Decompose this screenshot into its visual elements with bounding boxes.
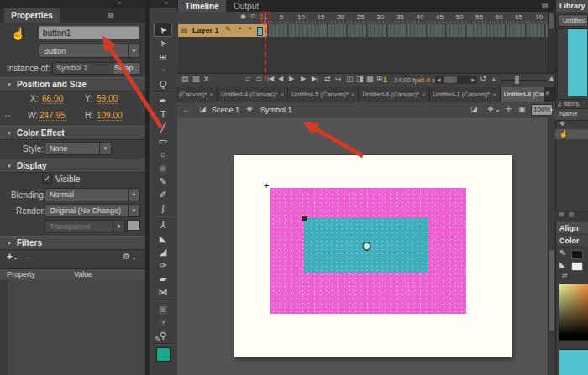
new-layer-icon[interactable]: ▤: [181, 75, 189, 83]
frame-zoom-slider[interactable]: [501, 80, 546, 81]
stroke-color-icon[interactable]: ✎: [155, 335, 161, 344]
center-frame-icon[interactable]: ✛: [506, 105, 512, 113]
frame-number-30[interactable]: 30: [376, 13, 384, 21]
timeline-h-scrollbar-thumb[interactable]: [444, 76, 457, 83]
play-icon[interactable]: ▶: [289, 75, 294, 82]
ink-bottle-tool[interactable]: ◢: [152, 245, 174, 258]
tab-output[interactable]: Output: [228, 0, 265, 12]
instance-name-input[interactable]: [39, 26, 139, 39]
h-value[interactable]: 109.00: [97, 111, 123, 121]
tab-library[interactable]: Library: [556, 0, 588, 12]
pencil-tool[interactable]: ✎: [152, 174, 174, 188]
frame-number-70[interactable]: 70: [535, 13, 543, 21]
oval-tool[interactable]: ○: [152, 148, 174, 161]
elapsed-time-value[interactable]: 0.0 s: [421, 76, 435, 84]
library-item-symbol-1[interactable]: ❖: [555, 119, 588, 129]
frame-number-25[interactable]: 25: [357, 13, 365, 21]
camera-tool[interactable]: ▣: [152, 302, 174, 315]
stroke-color-tool-icon[interactable]: ✎: [559, 248, 566, 258]
eraser-tool[interactable]: ▰: [152, 272, 174, 285]
instance-of-field[interactable]: Symbol 2: [52, 62, 114, 75]
frame-number-15[interactable]: 15: [318, 13, 325, 21]
layer-name[interactable]: Layer 1: [192, 26, 219, 34]
library-item-symbol-2[interactable]: ☝: [555, 129, 588, 139]
tab-timeline[interactable]: Timeline: [178, 0, 226, 12]
frame-number-55[interactable]: 55: [475, 13, 483, 21]
symbol-type-dropdown[interactable]: Button ▼: [39, 44, 140, 58]
back-arrow-icon[interactable]: ←: [182, 105, 191, 114]
go-to-first-frame-icon[interactable]: |◀: [267, 75, 274, 82]
filter-options-gear-icon[interactable]: ⚙: [123, 252, 130, 261]
marker-a-icon[interactable]: ▱: [245, 75, 250, 82]
x-value[interactable]: 66.00: [42, 94, 63, 104]
tab-color[interactable]: Color: [556, 235, 588, 246]
width-tool[interactable]: ⋈: [152, 285, 174, 299]
collapse-toolbar-icon[interactable]: «: [165, 0, 168, 6]
section-filters[interactable]: ▼Filters: [0, 236, 145, 250]
bone-tool[interactable]: ⅄: [152, 218, 174, 232]
breadcrumb-symbol[interactable]: Symbol 1: [260, 106, 292, 114]
library-document-dropdown[interactable]: Untitled-8: [558, 14, 588, 27]
timeline-menu-icon[interactable]: ▤: [542, 2, 549, 9]
lock-all-layers-icon[interactable]: ⊡: [250, 13, 256, 20]
hand-tool[interactable]: ☞: [152, 315, 174, 329]
onion-skin-outlines-icon[interactable]: ◨: [356, 75, 364, 83]
document-tab-4[interactable]: Untitled-6 (Canvas)*×: [359, 87, 429, 102]
frame-zoom-slider-thumb[interactable]: [515, 76, 519, 84]
color-picker-gradient[interactable]: [559, 284, 588, 341]
edit-symbol-arrow-icon[interactable]: ▾: [496, 107, 499, 113]
subselection-tool[interactable]: ➤: [152, 37, 174, 50]
blending-dropdown[interactable]: Normal ▼: [45, 188, 140, 201]
frame-number-40[interactable]: 40: [416, 13, 423, 21]
document-tab-6[interactable]: Untitled-8 (Canvas)*×: [501, 87, 544, 102]
section-position-size[interactable]: ▼Position and Size: [0, 77, 145, 91]
close-tab-icon[interactable]: ×: [281, 91, 285, 98]
free-transform-tool[interactable]: ⊞: [152, 50, 174, 64]
go-to-last-frame-icon[interactable]: ▶|: [312, 75, 318, 82]
layer-row-header[interactable]: [178, 24, 267, 37]
stage-scrollbar-thumb[interactable]: [549, 250, 554, 331]
swap-colors-icon[interactable]: ⇄: [562, 272, 568, 279]
new-folder-icon[interactable]: ▧: [192, 75, 200, 83]
playhead[interactable]: [265, 12, 266, 81]
frame-number-65[interactable]: 65: [515, 13, 522, 21]
rectangle-tool[interactable]: ▭: [152, 134, 174, 148]
frame-number-45[interactable]: 45: [436, 13, 444, 21]
fill-color-tool-icon[interactable]: ◣: [559, 260, 565, 268]
add-filter-button[interactable]: +: [7, 251, 13, 263]
section-color-effect[interactable]: ▼Color Effect: [0, 126, 145, 140]
close-tab-icon[interactable]: ×: [351, 91, 355, 98]
layer-visibility-dot[interactable]: •: [239, 24, 241, 33]
close-tab-icon[interactable]: ×: [492, 91, 496, 98]
tab-overflow-icon[interactable]: »: [545, 89, 549, 97]
edit-multiple-frames-icon[interactable]: ↪: [335, 75, 342, 83]
zoom-in-frames-icon[interactable]: ▲: [548, 74, 555, 82]
scroll-left-icon[interactable]: ◀: [437, 76, 441, 82]
frame-number-20[interactable]: 20: [337, 13, 344, 21]
new-library-folder-icon[interactable]: ▧: [569, 211, 575, 218]
add-filter-arrow-icon[interactable]: ▾: [14, 255, 17, 261]
lasso-tool[interactable]: Q: [152, 77, 174, 91]
frame-number-35[interactable]: 35: [396, 13, 404, 21]
reset-timeline-zoom-icon[interactable]: ↺: [480, 74, 486, 83]
layer-lock-dot[interactable]: •: [249, 24, 251, 33]
frame-number-5[interactable]: 5: [280, 13, 283, 21]
fps-value[interactable]: 24.00 fps: [394, 76, 422, 84]
frame-number-50[interactable]: 50: [456, 13, 464, 21]
scroll-right-icon[interactable]: ▶: [471, 76, 475, 82]
new-symbol-icon[interactable]: ▤: [559, 211, 564, 218]
oval-primitive-tool[interactable]: ◉: [152, 161, 174, 174]
brush-tool[interactable]: ʃ: [152, 201, 174, 215]
style-dropdown[interactable]: None ▼: [45, 142, 112, 155]
frame-number-10[interactable]: 10: [297, 13, 305, 21]
selection-tool[interactable]: ➤: [154, 23, 172, 37]
document-tab-5[interactable]: Untitled-7 (Canvas)*×: [430, 87, 501, 102]
visible-checkbox[interactable]: ✓: [42, 174, 52, 184]
clip-content-icon[interactable]: ▣: [518, 105, 526, 113]
w-value[interactable]: 247.95: [39, 111, 66, 121]
fill-color-swatch[interactable]: [156, 347, 171, 362]
tab-properties[interactable]: Properties: [4, 8, 60, 23]
filter-options-arrow-icon[interactable]: ▾: [133, 255, 135, 261]
zoom-out-frames-icon[interactable]: ▴: [492, 76, 496, 82]
section-display[interactable]: ▼Display: [0, 159, 145, 173]
